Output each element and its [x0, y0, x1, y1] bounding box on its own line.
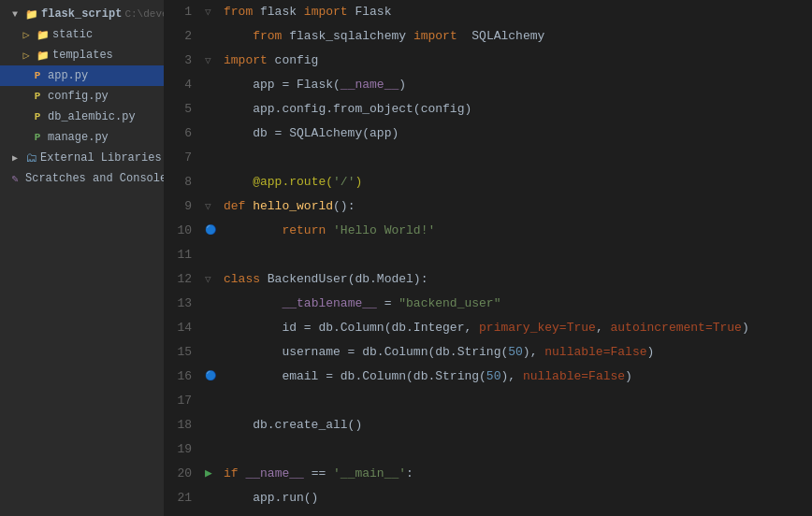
- token-fn-hello: hello_world: [253, 194, 333, 219]
- db-alembic-icon: P: [30, 109, 45, 124]
- token-dunder: __name__: [245, 462, 303, 486]
- config-py-icon: P: [30, 89, 45, 104]
- token-kw-if: if: [224, 462, 239, 486]
- token-str-val: '__main__': [333, 462, 406, 486]
- ext-label: External Libraries: [40, 151, 162, 165]
- token-kw-class: class: [224, 267, 260, 292]
- token-kw-import: import: [413, 24, 457, 49]
- breakpoint-icon-10[interactable]: 🔵: [205, 219, 220, 243]
- code-line-1: ▽from flask import Flask: [205, 0, 812, 24]
- templates-label: templates: [52, 49, 113, 62]
- root-folder-icon: 📁: [25, 8, 38, 21]
- sidebar: ▼ 📁 flask_script C:\develop ▷ 📁 static ▷…: [0, 0, 164, 516]
- token-dunder: __name__: [341, 73, 399, 97]
- token-num: 50: [486, 365, 501, 389]
- code-line-4: app = Flask(__name__): [205, 73, 812, 97]
- code-line-10: 🔵 return 'Hello World!': [205, 219, 812, 243]
- token-kwarg: nullable=False: [544, 340, 646, 365]
- db-alembic-label: db_alembic.py: [48, 110, 136, 123]
- token-num: 50: [508, 340, 523, 365]
- sidebar-item-config-py[interactable]: P config.py: [0, 86, 164, 107]
- code-line-2: from flask_sqlalchemy import SQLAlchemy: [205, 24, 812, 49]
- root-arrow-icon: ▼: [7, 7, 22, 22]
- ext-arrow-icon: ▶: [7, 150, 22, 165]
- code-line-7: [205, 146, 812, 170]
- code-line-3: ▽import config: [205, 49, 812, 73]
- sidebar-item-external[interactable]: ▶ 🗂 External Libraries: [0, 148, 164, 168]
- sidebar-item-manage-py[interactable]: P manage.py: [0, 127, 164, 148]
- code-line-6: db = SQLAlchemy(app): [205, 122, 812, 146]
- fold-icon-3[interactable]: ▽: [205, 49, 220, 73]
- static-folder-img: 📁: [36, 29, 50, 41]
- code-line-17: [205, 389, 812, 413]
- token-kw-from: from: [253, 24, 282, 49]
- code-line-19: [205, 437, 812, 462]
- sidebar-item-static[interactable]: ▷ 📁 static: [0, 24, 164, 45]
- token-kw-import: import: [224, 49, 268, 73]
- sidebar-item-scratches[interactable]: ✎ Scratches and Console: [0, 168, 164, 189]
- code-line-9: ▽def hello_world():: [205, 194, 812, 219]
- token-decorator: @app.route(: [253, 170, 333, 194]
- code-line-11: [205, 243, 812, 267]
- token-str-val: '/': [333, 170, 355, 194]
- code-line-15: username = db.Column(db.String(50), null…: [205, 340, 812, 365]
- token-decorator: ): [355, 170, 362, 194]
- token-kwarg: primary_key=True: [479, 316, 596, 340]
- root-label: flask_script: [41, 7, 122, 21]
- token-str-val: 'Hello World!': [333, 219, 435, 243]
- breakpoint-icon-16[interactable]: 🔵: [205, 365, 220, 389]
- token-kw-import: import: [304, 0, 348, 24]
- sidebar-item-app-py[interactable]: P app.py: [0, 65, 164, 86]
- code-editor: 123456789101112131415161718192021 ▽from …: [164, 0, 812, 516]
- code-line-12: ▽class BackendUser(db.Model):: [205, 267, 812, 292]
- sidebar-root[interactable]: ▼ 📁 flask_script C:\develop: [0, 4, 164, 24]
- run-icon-20: ▶: [205, 462, 220, 486]
- fold-icon-1[interactable]: ▽: [205, 0, 220, 24]
- root-path: C:\develop: [124, 8, 164, 20]
- manage-py-label: manage.py: [48, 131, 109, 144]
- code-line-8: @app.route('/'): [205, 170, 812, 194]
- code-line-21: app.run(): [205, 486, 812, 510]
- code-line-16: 🔵 email = db.Column(db.String(50), nulla…: [205, 365, 812, 389]
- code-line-18: db.create_all(): [205, 413, 812, 437]
- fold-icon-9[interactable]: ▽: [205, 194, 220, 219]
- templates-folder-icon: ▷: [19, 48, 34, 63]
- templates-folder-img: 📁: [36, 50, 50, 62]
- app-py-label: app.py: [48, 69, 88, 82]
- token-kw-from: from: [224, 0, 253, 24]
- token-str-backtickt: "backend_user": [399, 292, 500, 316]
- token-kw-return: return: [282, 219, 326, 243]
- code-line-14: id = db.Column(db.Integer, primary_key=T…: [205, 316, 812, 340]
- static-label: static: [52, 28, 93, 41]
- manage-py-icon: P: [30, 130, 45, 145]
- ext-icon: 🗂: [25, 151, 37, 165]
- fold-icon-12[interactable]: ▽: [205, 267, 220, 292]
- line-numbers: 123456789101112131415161718192021: [164, 0, 199, 516]
- token-kwarg: autoincrement=True: [610, 316, 741, 340]
- token-kw-def: def: [224, 194, 245, 219]
- sidebar-item-db-alembic[interactable]: P db_alembic.py: [0, 107, 164, 127]
- code-line-5: app.config.from_object(config): [205, 97, 812, 122]
- token-kwarg: nullable=False: [523, 365, 625, 389]
- code-area[interactable]: ▽from flask import Flask from flask_sqla…: [199, 0, 812, 516]
- code-line-20: ▶if __name__ == '__main__':: [205, 462, 812, 486]
- static-folder-icon: ▷: [19, 27, 34, 42]
- token-dunder: __tablename__: [282, 292, 376, 316]
- config-py-label: config.py: [48, 90, 109, 103]
- scratches-label: Scratches and Console: [25, 172, 164, 185]
- code-line-13: __tablename__ = "backend_user": [205, 292, 812, 316]
- app-py-icon: P: [30, 68, 45, 83]
- scratch-icon: ✎: [7, 171, 22, 186]
- sidebar-item-templates[interactable]: ▷ 📁 templates: [0, 45, 164, 65]
